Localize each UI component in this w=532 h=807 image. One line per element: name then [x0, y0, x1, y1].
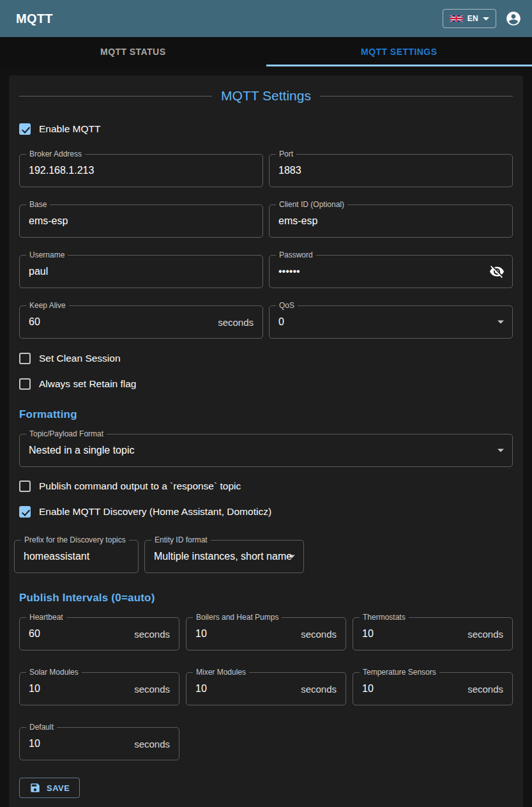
formatting-heading: Formatting: [19, 408, 513, 421]
field-label: Heartbeat: [26, 613, 66, 622]
language-selector-button[interactable]: EN: [443, 9, 496, 28]
password-field[interactable]: Password: [269, 255, 513, 288]
save-button[interactable]: SAVE: [19, 778, 80, 798]
field-label: Username: [26, 250, 68, 259]
field-label: Default: [26, 723, 57, 732]
mixer-modules-field[interactable]: Mixer Modules seconds: [186, 672, 346, 705]
base-clientid-row: Base Client ID (Optional): [19, 204, 513, 238]
field-label: Temperature Sensors: [360, 668, 439, 677]
topic-format-select-value[interactable]: Nested in a single topic: [20, 434, 512, 466]
chevron-down-icon: [289, 555, 295, 558]
visibility-off-icon[interactable]: [489, 264, 505, 279]
checkbox-label: Enable MQTT Discovery (Home Assistant, D…: [39, 506, 271, 518]
settings-card: MQTT Settings Enable MQTT Broker Address…: [9, 75, 523, 807]
port-input[interactable]: [270, 155, 512, 187]
field-label: Topic/Payload Format: [26, 429, 107, 438]
field-label: Prefix for the Discovery topics: [21, 535, 129, 544]
password-input[interactable]: [270, 256, 512, 288]
field-label: Solar Modules: [26, 668, 82, 677]
checkbox-label: Set Clean Session: [39, 353, 121, 364]
divider-left: [19, 96, 212, 96]
topic-format-row: Topic/Payload Format Nested in a single …: [19, 434, 513, 467]
unit-suffix: seconds: [301, 629, 337, 640]
unit-suffix: seconds: [467, 629, 503, 640]
thermostats-field[interactable]: Thermostats seconds: [353, 617, 513, 650]
retain-flag-checkbox[interactable]: Always set Retain flag: [19, 376, 513, 392]
qos-select-value[interactable]: 0: [270, 306, 512, 338]
boilers-field[interactable]: Boilers and Heat Pumps seconds: [186, 617, 346, 650]
account-button[interactable]: [505, 10, 522, 27]
checkbox-label: Publish command output to a `response` t…: [39, 480, 241, 492]
chevron-down-icon: [483, 17, 489, 20]
field-label: Password: [276, 250, 316, 259]
temperature-sensors-field[interactable]: Temperature Sensors seconds: [353, 672, 513, 705]
default-interval-field[interactable]: Default seconds: [19, 727, 179, 760]
keep-alive-field[interactable]: Keep Alive seconds: [19, 305, 263, 339]
discovery-options-row: Prefix for the Discovery topics Entity I…: [14, 540, 513, 573]
uk-flag-icon: [450, 15, 463, 22]
qos-select[interactable]: QoS 0: [269, 305, 513, 339]
mqtt-discovery-checkbox[interactable]: Enable MQTT Discovery (Home Assistant, D…: [19, 504, 513, 519]
username-password-row: Username Password: [19, 255, 513, 288]
save-button-label: SAVE: [47, 783, 70, 793]
discovery-prefix-input[interactable]: [15, 541, 138, 573]
broker-address-field[interactable]: Broker Address: [19, 154, 263, 187]
enable-mqtt-checkbox[interactable]: Enable MQTT: [19, 121, 513, 137]
clean-session-checkbox[interactable]: Set Clean Session: [19, 351, 513, 366]
unit-suffix: seconds: [134, 684, 170, 695]
publish-intervals-grid: Heartbeat seconds Boilers and Heat Pumps…: [19, 617, 513, 760]
checkbox-unchecked-icon: [19, 378, 31, 390]
client-id-input[interactable]: [270, 205, 512, 237]
field-label: Mixer Modules: [193, 668, 249, 677]
heartbeat-field[interactable]: Heartbeat seconds: [19, 617, 179, 650]
entity-id-format-select[interactable]: Entity ID format Multiple instances, sho…: [144, 540, 304, 573]
divider-right: [320, 96, 513, 96]
field-label: Entity ID format: [151, 535, 211, 544]
checkbox-label: Enable MQTT: [39, 123, 100, 135]
checkbox-unchecked-icon: [19, 353, 31, 364]
unit-suffix: seconds: [134, 629, 170, 640]
tab-mqtt-settings[interactable]: MQTT SETTINGS: [266, 37, 532, 66]
username-input[interactable]: [20, 256, 262, 288]
section-title: MQTT Settings: [221, 88, 311, 104]
broker-address-input[interactable]: [20, 155, 262, 187]
field-label: Port: [276, 150, 296, 158]
keepalive-qos-row: Keep Alive seconds QoS 0: [19, 305, 513, 339]
response-topic-checkbox[interactable]: Publish command output to a `response` t…: [19, 479, 513, 494]
section-title-row: MQTT Settings: [19, 88, 513, 104]
unit-suffix: seconds: [301, 684, 337, 695]
base-field[interactable]: Base: [19, 204, 263, 238]
base-input[interactable]: [20, 205, 262, 237]
chevron-down-icon: [498, 449, 504, 452]
publish-intervals-heading: Publish Intervals (0=auto): [19, 592, 513, 604]
tab-bar: MQTT STATUS MQTT SETTINGS: [0, 37, 532, 66]
checkbox-checked-icon: [19, 123, 31, 135]
field-label: QoS: [276, 301, 298, 310]
topic-payload-format-select[interactable]: Topic/Payload Format Nested in a single …: [19, 434, 513, 467]
page-title: MQTT: [16, 12, 53, 26]
broker-port-row: Broker Address Port: [19, 154, 513, 187]
entity-id-select-value[interactable]: Multiple instances, short name: [145, 541, 303, 573]
unit-suffix: seconds: [218, 317, 254, 328]
unit-suffix: seconds: [134, 739, 170, 749]
solar-modules-field[interactable]: Solar Modules seconds: [19, 672, 179, 705]
checkbox-label: Always set Retain flag: [39, 378, 137, 390]
field-label: Client ID (Optional): [276, 200, 347, 209]
checkbox-checked-icon: [19, 506, 31, 518]
unit-suffix: seconds: [467, 684, 503, 695]
tab-mqtt-status[interactable]: MQTT STATUS: [0, 37, 266, 66]
field-label: Keep Alive: [26, 301, 69, 310]
field-label: Broker Address: [26, 150, 85, 158]
username-field[interactable]: Username: [19, 255, 263, 288]
field-label: Thermostats: [360, 613, 409, 622]
app-header: MQTT EN: [0, 0, 532, 37]
chevron-down-icon: [498, 321, 504, 324]
save-icon: [29, 782, 41, 794]
client-id-field[interactable]: Client ID (Optional): [269, 204, 513, 238]
language-code-label: EN: [467, 14, 478, 23]
port-field[interactable]: Port: [269, 154, 513, 187]
checkbox-unchecked-icon: [19, 480, 31, 492]
field-label: Boilers and Heat Pumps: [193, 613, 282, 622]
discovery-prefix-field[interactable]: Prefix for the Discovery topics: [14, 540, 139, 573]
account-circle-icon: [505, 18, 522, 29]
